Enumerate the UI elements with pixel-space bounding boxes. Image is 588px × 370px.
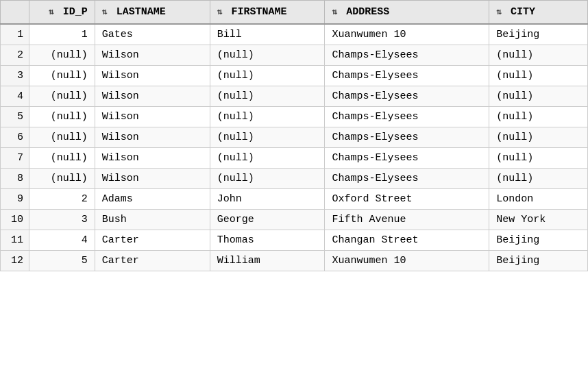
cell-city: New York bbox=[489, 210, 588, 230]
cell-id_p: (null) bbox=[29, 127, 95, 148]
cell-city: Beijing bbox=[489, 230, 588, 251]
cell-city: (null) bbox=[489, 107, 588, 127]
cell-id_p: (null) bbox=[29, 107, 95, 127]
row-number-cell: 7 bbox=[1, 148, 29, 169]
cell-address: Fifth Avenue bbox=[325, 210, 489, 230]
column-header-lastname[interactable]: ⇅ LASTNAME bbox=[95, 1, 210, 25]
cell-lastname: Wilson bbox=[95, 169, 210, 189]
cell-address: Champs-Elysees bbox=[325, 148, 489, 169]
cell-id_p: (null) bbox=[29, 86, 95, 107]
row-number-cell: 6 bbox=[1, 127, 29, 148]
table-row: 125CarterWilliamXuanwumen 10Beijing bbox=[1, 251, 588, 271]
cell-address: Champs-Elysees bbox=[325, 127, 489, 148]
cell-city: Beijing bbox=[489, 251, 588, 271]
table-row: 2(null)Wilson(null)Champs-Elysees(null) bbox=[1, 45, 588, 66]
cell-lastname: Adams bbox=[95, 189, 210, 210]
cell-city: (null) bbox=[489, 169, 588, 189]
cell-lastname: Gates bbox=[95, 24, 210, 45]
cell-id_p: (null) bbox=[29, 148, 95, 169]
cell-id_p: (null) bbox=[29, 169, 95, 189]
row-number-cell: 9 bbox=[1, 189, 29, 210]
cell-lastname: Carter bbox=[95, 230, 210, 251]
sort-icon-city: ⇅ bbox=[496, 6, 502, 17]
cell-id_p: 5 bbox=[29, 251, 95, 271]
cell-firstname: John bbox=[210, 189, 325, 210]
row-number-cell: 12 bbox=[1, 251, 29, 271]
cell-lastname: Wilson bbox=[95, 107, 210, 127]
column-header-address[interactable]: ⇅ ADDRESS bbox=[325, 1, 489, 25]
cell-address: Xuanwumen 10 bbox=[325, 24, 489, 45]
cell-address: Champs-Elysees bbox=[325, 169, 489, 189]
table-row: 114CarterThomasChangan StreetBeijing bbox=[1, 230, 588, 251]
table-row: 11GatesBillXuanwumen 10Beijing bbox=[1, 24, 588, 45]
cell-firstname: Bill bbox=[210, 24, 325, 45]
table-row: 4(null)Wilson(null)Champs-Elysees(null) bbox=[1, 86, 588, 107]
cell-lastname: Wilson bbox=[95, 86, 210, 107]
cell-address: Champs-Elysees bbox=[325, 107, 489, 127]
cell-address: Champs-Elysees bbox=[325, 45, 489, 66]
cell-id_p: 2 bbox=[29, 189, 95, 210]
row-number-cell: 10 bbox=[1, 210, 29, 230]
cell-lastname: Wilson bbox=[95, 66, 210, 86]
column-header-id_p[interactable]: ⇅ ID_P bbox=[29, 1, 95, 25]
cell-firstname: (null) bbox=[210, 45, 325, 66]
sort-icon-firstname: ⇅ bbox=[217, 6, 223, 17]
cell-firstname: (null) bbox=[210, 148, 325, 169]
cell-lastname: Wilson bbox=[95, 127, 210, 148]
cell-firstname: (null) bbox=[210, 66, 325, 86]
sort-icon-address: ⇅ bbox=[332, 6, 337, 17]
cell-address: Changan Street bbox=[325, 230, 489, 251]
table-header-row: ⇅ ID_P ⇅ LASTNAME ⇅ FIRSTNAME ⇅ ADDRESS … bbox=[1, 1, 588, 25]
cell-city: (null) bbox=[489, 148, 588, 169]
row-number-cell: 11 bbox=[1, 230, 29, 251]
row-number-cell: 4 bbox=[1, 86, 29, 107]
table-row: 6(null)Wilson(null)Champs-Elysees(null) bbox=[1, 127, 588, 148]
row-number-cell: 1 bbox=[1, 24, 29, 45]
cell-address: Champs-Elysees bbox=[325, 66, 489, 86]
sort-icon-lastname: ⇅ bbox=[102, 6, 108, 17]
sort-icon-id_p: ⇅ bbox=[49, 6, 54, 17]
cell-address: Oxford Street bbox=[325, 189, 489, 210]
row-number-header bbox=[1, 1, 29, 25]
cell-city: London bbox=[489, 189, 588, 210]
row-number-cell: 8 bbox=[1, 169, 29, 189]
cell-address: Xuanwumen 10 bbox=[325, 251, 489, 271]
table-row: 8(null)Wilson(null)Champs-Elysees(null) bbox=[1, 169, 588, 189]
data-table-container: ⇅ ID_P ⇅ LASTNAME ⇅ FIRSTNAME ⇅ ADDRESS … bbox=[0, 0, 588, 370]
table-row: 92AdamsJohnOxford StreetLondon bbox=[1, 189, 588, 210]
column-header-city[interactable]: ⇅ CITY bbox=[489, 1, 588, 25]
row-number-cell: 2 bbox=[1, 45, 29, 66]
row-number-cell: 5 bbox=[1, 107, 29, 127]
cell-city: (null) bbox=[489, 86, 588, 107]
cell-id_p: 3 bbox=[29, 210, 95, 230]
cell-firstname: (null) bbox=[210, 86, 325, 107]
cell-firstname: (null) bbox=[210, 107, 325, 127]
cell-lastname: Bush bbox=[95, 210, 210, 230]
table-row: 103BushGeorgeFifth AvenueNew York bbox=[1, 210, 588, 230]
table-row: 7(null)Wilson(null)Champs-Elysees(null) bbox=[1, 148, 588, 169]
data-table: ⇅ ID_P ⇅ LASTNAME ⇅ FIRSTNAME ⇅ ADDRESS … bbox=[0, 0, 588, 271]
cell-city: (null) bbox=[489, 66, 588, 86]
cell-firstname: Thomas bbox=[210, 230, 325, 251]
cell-city: Beijing bbox=[489, 24, 588, 45]
cell-lastname: Wilson bbox=[95, 148, 210, 169]
row-number-cell: 3 bbox=[1, 66, 29, 86]
cell-firstname: William bbox=[210, 251, 325, 271]
table-row: 3(null)Wilson(null)Champs-Elysees(null) bbox=[1, 66, 588, 86]
column-header-firstname[interactable]: ⇅ FIRSTNAME bbox=[210, 1, 325, 25]
cell-city: (null) bbox=[489, 45, 588, 66]
cell-firstname: (null) bbox=[210, 127, 325, 148]
cell-address: Champs-Elysees bbox=[325, 86, 489, 107]
cell-id_p: (null) bbox=[29, 45, 95, 66]
cell-firstname: George bbox=[210, 210, 325, 230]
table-row: 5(null)Wilson(null)Champs-Elysees(null) bbox=[1, 107, 588, 127]
cell-lastname: Wilson bbox=[95, 45, 210, 66]
cell-id_p: 1 bbox=[29, 24, 95, 45]
cell-firstname: (null) bbox=[210, 169, 325, 189]
cell-city: (null) bbox=[489, 127, 588, 148]
cell-id_p: (null) bbox=[29, 66, 95, 86]
cell-lastname: Carter bbox=[95, 251, 210, 271]
cell-id_p: 4 bbox=[29, 230, 95, 251]
